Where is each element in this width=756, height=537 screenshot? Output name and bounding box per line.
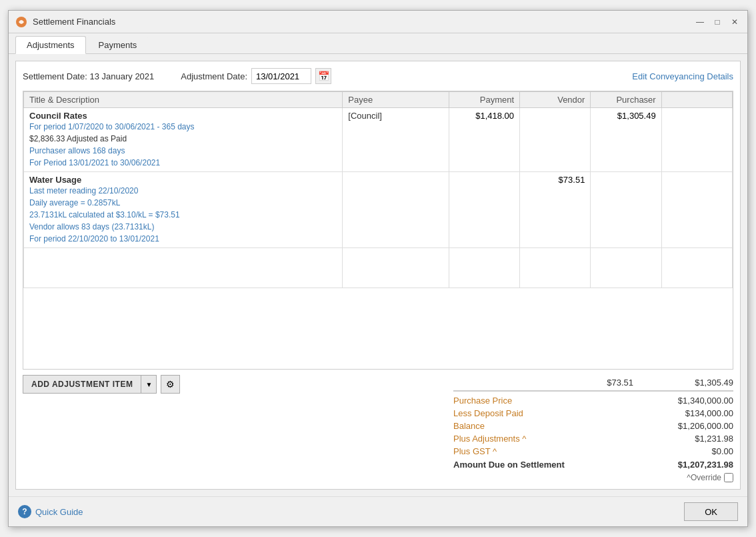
summary-row-gst: Plus GST ^ $0.00	[453, 445, 733, 458]
row2-payment	[449, 172, 519, 248]
row1-detail-2: $2,836.33 Adjusted as Paid	[29, 133, 337, 145]
col-extra	[661, 92, 732, 108]
calendar-button[interactable]: 📅	[315, 68, 331, 84]
empty-cell-4	[520, 248, 591, 288]
col-payee: Payee	[343, 92, 449, 108]
row2-title-desc: Water Usage Last meter reading 22/10/202…	[24, 172, 343, 248]
override-label: ^Override	[687, 473, 721, 482]
adjustments-label: Plus Adjustments ^	[453, 434, 526, 444]
main-panel: Settlement Date: 13 January 2021 Adjustm…	[15, 61, 741, 490]
footer-bar: ? Quick Guide OK	[9, 496, 747, 526]
override-row: ^Override	[453, 473, 733, 482]
calendar-icon: 📅	[318, 71, 329, 81]
top-bar: Settlement Date: 13 January 2021 Adjustm…	[23, 68, 733, 84]
row1-detail-3: Purchaser allows 168 days	[29, 145, 337, 157]
empty-cell-3	[449, 248, 519, 288]
close-button[interactable]: ✕	[729, 16, 741, 28]
col-vendor: Vendor	[520, 92, 591, 108]
row2-payee	[343, 172, 449, 248]
summary-row-balance: Balance $1,206,000.00	[453, 420, 733, 432]
tab-payments[interactable]: Payments	[87, 36, 149, 53]
col-purchaser: Purchaser	[591, 92, 661, 108]
title-bar-left: Settlement Financials	[15, 16, 115, 28]
quick-guide-label: Quick Guide	[35, 507, 83, 517]
override-checkbox[interactable]	[724, 473, 733, 482]
quick-guide-link[interactable]: ? Quick Guide	[18, 505, 83, 518]
row2-title: Water Usage	[29, 175, 337, 185]
tab-adjustments[interactable]: Adjustments	[15, 36, 86, 54]
purchase-price-value: $1,340,000.00	[653, 396, 733, 406]
purchase-price-label: Purchase Price	[453, 396, 512, 406]
ok-button[interactable]: OK	[684, 502, 738, 521]
row1-payee: [Council]	[343, 108, 449, 172]
tabs-bar: Adjustments Payments	[9, 33, 747, 54]
amount-due-value: $1,207,231.98	[678, 460, 733, 470]
bottom-section: ADD ADJUSTMENT ITEM ▼ ⚙ $73.51 $1,305.49…	[23, 375, 733, 482]
summary-purchaser-total: $1,305.49	[673, 378, 733, 388]
col-payment: Payment	[449, 92, 519, 108]
edit-conveyancing-link[interactable]: Edit Conveyancing Details	[632, 71, 733, 81]
adjustment-date-section: Adjustment Date: 📅	[181, 68, 331, 84]
row2-detail-2: Daily average = 0.2857kL	[29, 197, 337, 209]
row2-detail-4: Vendor allows 83 days (23.7131kL)	[29, 221, 337, 233]
content-area: Settlement Date: 13 January 2021 Adjustm…	[9, 54, 747, 496]
table-header-row: Title & Description Payee Payment Vendor…	[24, 92, 733, 108]
col-title-desc: Title & Description	[24, 92, 343, 108]
empty-cell-2	[343, 248, 449, 288]
app-icon	[15, 16, 27, 28]
row2-vendor: $73.51	[520, 172, 591, 248]
row1-title: Council Rates	[29, 111, 337, 121]
row2-detail-3: 23.7131kL calculated at $3.10/kL = $73.5…	[29, 209, 337, 221]
summary-row-amount-due: Amount Due on Settlement $1,207,231.98	[453, 458, 733, 472]
settings-button[interactable]: ⚙	[161, 375, 180, 394]
row1-detail-4: For Period 13/01/2021 to 30/06/2021	[29, 157, 337, 169]
adjustments-table-container: Title & Description Payee Payment Vendor…	[23, 91, 733, 370]
adjustments-value: $1,231.98	[653, 434, 733, 444]
table-row: Water Usage Last meter reading 22/10/202…	[24, 172, 733, 248]
window-controls: — □ ✕	[694, 16, 741, 28]
amount-due-label: Amount Due on Settlement	[453, 460, 565, 470]
row1-detail-1: For period 1/07/2020 to 30/06/2021 - 365…	[29, 121, 337, 133]
summary-row-purchase-price: Purchase Price $1,340,000.00	[453, 394, 733, 407]
empty-cell-6	[661, 248, 732, 288]
minimize-button[interactable]: —	[694, 16, 706, 28]
summary-vendor-total: $73.51	[573, 378, 633, 388]
row1-title-desc: Council Rates For period 1/07/2020 to 30…	[24, 108, 343, 172]
deposit-value: $134,000.00	[653, 408, 733, 418]
row2-detail-1: Last meter reading 22/10/2020	[29, 185, 337, 197]
row2-detail-5: For period 22/10/2020 to 13/01/2021	[29, 233, 337, 245]
empty-cell-5	[591, 248, 661, 288]
deposit-label: Less Deposit Paid	[453, 408, 523, 418]
main-window: Settlement Financials — □ ✕ Adjustments …	[8, 10, 748, 527]
window-title: Settlement Financials	[33, 17, 115, 27]
maximize-button[interactable]: □	[711, 16, 723, 28]
dropdown-arrow-icon: ▼	[145, 381, 152, 388]
adjustment-date-label: Adjustment Date:	[181, 71, 247, 81]
adjustments-table: Title & Description Payee Payment Vendor…	[23, 91, 733, 288]
gst-value: $0.00	[653, 446, 733, 456]
summary-row-adjustments: Plus Adjustments ^ $1,231.98	[453, 432, 733, 445]
gst-label: Plus GST ^	[453, 446, 497, 456]
add-adjustment-group: ADD ADJUSTMENT ITEM ▼ ⚙	[23, 375, 180, 394]
summary-totals-row: $73.51 $1,305.49	[453, 375, 733, 392]
empty-cell-1	[24, 248, 343, 288]
balance-value: $1,206,000.00	[653, 421, 733, 431]
row2-extra	[661, 172, 732, 248]
summary-row-deposit: Less Deposit Paid $134,000.00	[453, 407, 733, 420]
settlement-date: Settlement Date: 13 January 2021	[23, 71, 154, 81]
row1-purchaser: $1,305.49	[591, 108, 661, 172]
summary-section: $73.51 $1,305.49 Purchase Price $1,340,0…	[453, 375, 733, 482]
title-bar: Settlement Financials — □ ✕	[9, 11, 747, 33]
row1-extra	[661, 108, 732, 172]
balance-label: Balance	[453, 421, 485, 431]
row1-vendor	[520, 108, 591, 172]
help-icon: ?	[18, 505, 31, 518]
adjustment-date-input[interactable]	[251, 68, 311, 84]
table-row: Council Rates For period 1/07/2020 to 30…	[24, 108, 733, 172]
table-row-empty	[24, 248, 733, 288]
row2-purchaser	[591, 172, 661, 248]
add-adjustment-button[interactable]: ADD ADJUSTMENT ITEM	[23, 375, 141, 394]
row1-payment: $1,418.00	[449, 108, 519, 172]
add-adjustment-dropdown-button[interactable]: ▼	[141, 375, 157, 394]
